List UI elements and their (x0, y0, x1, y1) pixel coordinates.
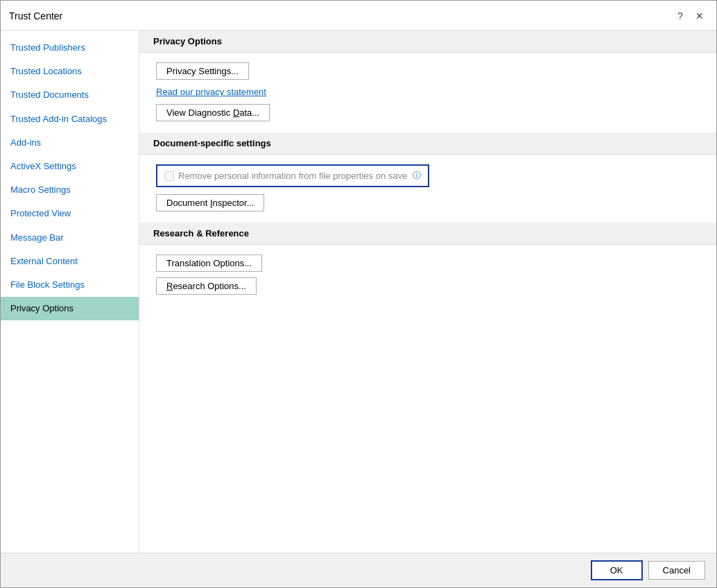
document-inspector-button[interactable]: Document Inspector... (156, 194, 264, 211)
title-bar: Trust Center ? ✕ (1, 1, 716, 31)
sidebar-item-external-content[interactable]: External Content (1, 250, 139, 273)
document-specific-section: Document-specific settings Remove person… (139, 132, 716, 223)
remove-personal-info-checkbox[interactable] (164, 171, 174, 181)
research-options-btn-wrapper: Research Options... (156, 277, 700, 295)
main-content: Privacy Options Privacy Settings... Read… (139, 31, 716, 553)
privacy-settings-button[interactable]: Privacy Settings... (156, 62, 249, 80)
translation-options-btn-wrapper: Translation Options... (156, 254, 700, 272)
inspector-underline: I (210, 198, 213, 208)
close-button[interactable]: ✕ (691, 8, 708, 24)
sidebar-item-trusted-documents[interactable]: Trusted Documents (1, 83, 139, 107)
sidebar-item-file-block-settings[interactable]: File Block Settings (1, 273, 139, 297)
sidebar: Trusted Publishers Trusted Locations Tru… (1, 31, 139, 553)
research-underline: R (166, 281, 173, 291)
research-options-button[interactable]: Research Options... (156, 277, 257, 295)
research-reference-header: Research & Reference (139, 223, 716, 245)
remove-personal-info-row[interactable]: Remove personal information from file pr… (156, 164, 429, 187)
trust-center-dialog: Trust Center ? ✕ Trusted Publishers Trus… (0, 0, 717, 588)
privacy-statement-link[interactable]: Read our privacy statement (156, 87, 266, 97)
translation-options-button[interactable]: Translation Options... (156, 254, 262, 272)
sidebar-item-add-ins[interactable]: Add-ins (1, 131, 139, 155)
sidebar-item-message-bar[interactable]: Message Bar (1, 226, 139, 250)
sidebar-item-protected-view[interactable]: Protected View (1, 202, 139, 225)
view-diagnostic-button[interactable]: View Diagnostic Data... (156, 104, 270, 121)
research-reference-body: Translation Options... Research Options.… (139, 245, 716, 306)
sidebar-item-privacy-options[interactable]: Privacy Options (1, 297, 139, 320)
info-icon: ⓘ (413, 170, 421, 182)
remove-personal-info-label: Remove personal information from file pr… (178, 171, 407, 181)
ok-button[interactable]: OK (591, 560, 643, 580)
cancel-button[interactable]: Cancel (648, 561, 705, 580)
diagnostic-underline: D (233, 107, 239, 118)
help-button[interactable]: ? (672, 8, 689, 24)
title-bar-controls: ? ✕ (672, 8, 708, 24)
document-inspector-btn-wrapper: Document Inspector... (156, 194, 700, 211)
dialog-title: Trust Center (9, 10, 62, 21)
sidebar-item-trusted-addin-catalogs[interactable]: Trusted Add-in Catalogs (1, 107, 139, 131)
sidebar-item-macro-settings[interactable]: Macro Settings (1, 178, 139, 202)
dialog-footer: OK Cancel (1, 553, 716, 587)
privacy-options-header: Privacy Options (139, 31, 716, 53)
document-specific-body: Remove personal information from file pr… (139, 155, 716, 223)
privacy-link-row: Read our privacy statement (156, 87, 700, 97)
dialog-body: Trusted Publishers Trusted Locations Tru… (1, 31, 716, 553)
privacy-options-body: Privacy Settings... Read our privacy sta… (139, 53, 716, 132)
privacy-settings-btn-wrapper: Privacy Settings... (156, 62, 700, 80)
research-reference-section: Research & Reference Translation Options… (139, 223, 716, 306)
view-diagnostic-btn-wrapper: View Diagnostic Data... (156, 104, 700, 121)
sidebar-item-activex-settings[interactable]: ActiveX Settings (1, 155, 139, 178)
sidebar-item-trusted-publishers[interactable]: Trusted Publishers (1, 36, 139, 60)
document-specific-header: Document-specific settings (139, 132, 716, 155)
privacy-options-section: Privacy Options Privacy Settings... Read… (139, 31, 716, 132)
sidebar-item-trusted-locations[interactable]: Trusted Locations (1, 60, 139, 83)
